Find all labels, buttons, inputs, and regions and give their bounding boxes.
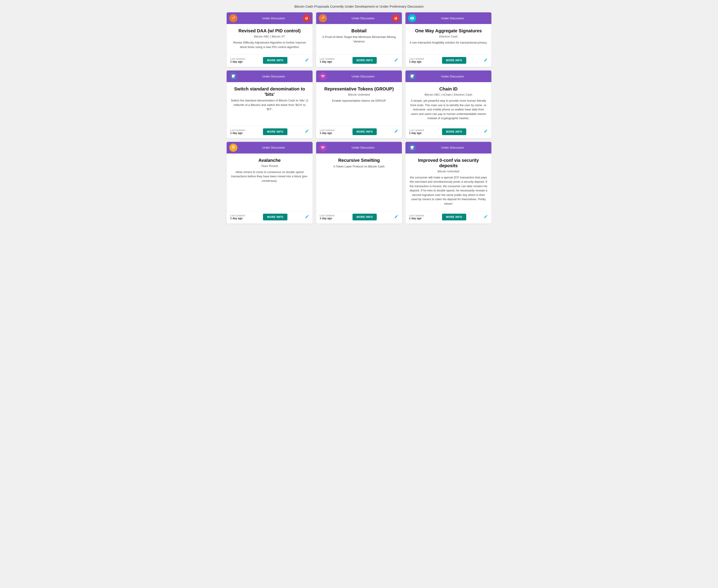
card-representative-tokens: Under Discussion Representative Tokens (… — [316, 70, 402, 138]
card-header: Under Discussion — [316, 12, 402, 24]
more-info-button[interactable]: MORE INFO — [263, 214, 288, 220]
last-updated-label: Last Updated: — [320, 214, 335, 217]
last-updated-label: Last Updated: — [409, 58, 424, 60]
card-body: Switch standard denomination to 'bits' S… — [227, 82, 313, 123]
card-body: Recursive Smelting A Token Layer Protoco… — [316, 153, 402, 208]
card-title: Switch standard denomination to 'bits' — [230, 86, 309, 97]
card-footer: Last Updated: 1 day ago MORE INFO — [316, 55, 402, 67]
card-icon — [229, 144, 237, 152]
card-footer: Last Updated: 1 day ago MORE INFO — [405, 55, 491, 67]
last-updated: Last Updated: 1 day ago — [320, 129, 335, 135]
card-subtitle: Bitcoin ABC | nChain | Electron Cash — [409, 93, 488, 96]
card-title: Chain ID — [409, 86, 488, 91]
last-updated: Last Updated: 1 day ago — [230, 58, 246, 63]
card-footer: Last Updated: 1 day ago MORE INFO — [405, 126, 491, 138]
card-header: Under Discussion — [316, 70, 402, 82]
card-icon — [408, 14, 416, 22]
card-description: A non-interactive fungibility solution f… — [409, 40, 488, 49]
edit-icon[interactable] — [484, 214, 488, 220]
last-updated: Last Updated: 1 day ago — [409, 58, 424, 63]
card-chain-id: Under Discussion Chain ID Bitcoin ABC | … — [405, 70, 491, 138]
last-updated: Last Updated: 1 day ago — [320, 58, 335, 63]
card-title: Recursive Smelting — [320, 158, 399, 163]
card-icon — [319, 72, 327, 80]
card-icon — [319, 144, 327, 152]
card-header: Under Discussion — [405, 70, 491, 82]
card-one-way-aggregate: Under Discussion One Way Aggregate Signa… — [405, 12, 491, 67]
page-title: Bitcoin Cash Proposals Currently Under D… — [4, 4, 714, 8]
card-body: Bobtail A Proof-of-Work Target that Mini… — [316, 24, 402, 51]
card-revised-daa: Under Discussion Revised DAA (w/ PID con… — [227, 12, 313, 67]
last-updated: Last Updated: 1 day ago — [320, 214, 335, 220]
card-status: Under Discussion — [416, 17, 489, 20]
edit-icon[interactable] — [305, 58, 309, 63]
card-header: Under Discussion — [316, 142, 402, 153]
card-footer: Last Updated: 1 day ago MORE INFO — [316, 211, 402, 224]
card-status: Under Discussion — [327, 146, 399, 149]
more-info-button[interactable]: MORE INFO — [442, 128, 466, 135]
card-subtitle: Electron Cash — [409, 35, 488, 38]
edit-icon[interactable] — [484, 129, 488, 134]
last-updated: Last Updated: 1 day ago — [409, 129, 424, 135]
card-header: Under Discussion — [227, 70, 313, 82]
cards-grid: Under Discussion Revised DAA (w/ PID con… — [227, 12, 491, 224]
card-body: Improved 0-conf via security deposits Bi… — [405, 153, 491, 208]
last-updated-value: 1 day ago — [230, 131, 246, 135]
edit-icon[interactable] — [305, 129, 309, 134]
last-updated-label: Last Updated: — [409, 214, 424, 217]
card-body: Revised DAA (w/ PID control) Bitcoin ABC… — [227, 24, 313, 51]
card-title: Revised DAA (w/ PID control) — [230, 28, 309, 34]
card-footer: Last Updated: 1 day ago MORE INFO — [227, 126, 313, 138]
last-updated: Last Updated: 1 day ago — [409, 214, 424, 220]
card-icon — [229, 72, 237, 80]
last-updated-label: Last Updated: — [230, 129, 246, 131]
more-info-button[interactable]: MORE INFO — [263, 57, 288, 64]
more-info-button[interactable]: MORE INFO — [442, 57, 466, 64]
card-icon — [408, 72, 416, 80]
card-improved-0conf: Under Discussion Improved 0-conf via sec… — [405, 142, 491, 224]
card-icon — [319, 14, 327, 22]
more-info-button[interactable]: MORE INFO — [353, 57, 377, 64]
card-header: Under Discussion — [227, 12, 313, 24]
card-footer: Last Updated: 1 day ago MORE INFO — [227, 55, 313, 67]
card-icon — [408, 144, 416, 152]
card-switch-denomination: Under Discussion Switch standard denomin… — [227, 70, 313, 138]
last-updated-value: 1 day ago — [409, 217, 424, 220]
card-status: Under Discussion — [237, 75, 310, 78]
last-updated-value: 1 day ago — [230, 60, 246, 63]
last-updated-value: 1 day ago — [409, 131, 424, 135]
card-subtitle: Bitcoin Unlimited — [409, 170, 488, 173]
card-description: Switch the standard denomination of Bitc… — [230, 98, 309, 121]
card-description: Allow miners to come to consensus on dou… — [230, 170, 309, 206]
card-title: One Way Aggregate Signatures — [409, 28, 488, 34]
last-updated-value: 1 day ago — [320, 60, 335, 63]
last-updated-value: 1 day ago — [409, 60, 424, 63]
last-updated-label: Last Updated: — [409, 129, 424, 131]
card-header: Under Discussion — [405, 142, 491, 153]
card-title: Improved 0-conf via security deposits — [409, 158, 488, 168]
card-header: Under Discussion — [227, 142, 313, 153]
card-bobtail: Under Discussion Bobtail A Proof-of-Work… — [316, 12, 402, 67]
card-status: Under Discussion — [416, 146, 489, 149]
edit-icon[interactable] — [394, 58, 398, 63]
last-updated-value: 1 day ago — [230, 217, 246, 220]
edit-icon[interactable] — [394, 214, 398, 220]
edit-icon[interactable] — [394, 129, 398, 134]
edit-icon[interactable] — [305, 214, 309, 220]
card-body: Representative Tokens (GROUP) Bitcoin Un… — [316, 82, 402, 123]
more-info-button[interactable]: MORE INFO — [263, 128, 288, 135]
card-description: the consumer will make a special ZCF tra… — [409, 175, 488, 206]
svg-point-1 — [233, 146, 234, 147]
more-info-button[interactable]: MORE INFO — [353, 214, 377, 220]
card-description: A simple, yet powerful way to provide mo… — [409, 99, 488, 121]
card-description: A Proof-of-Work Target that Minimizes Bl… — [320, 35, 399, 49]
card-avalanche: Under Discussion Avalanche Team Rocket A… — [227, 142, 313, 224]
edit-icon[interactable] — [484, 58, 488, 63]
more-info-button[interactable]: MORE INFO — [442, 214, 466, 220]
last-updated-label: Last Updated: — [230, 58, 246, 60]
card-body: One Way Aggregate Signatures Electron Ca… — [405, 24, 491, 51]
card-description: Enable representative tokens via GROUP — [320, 99, 399, 121]
card-header: Under Discussion — [405, 12, 491, 24]
card-subtitle: Bitcoin ABC | Bitcoin XT — [230, 35, 309, 38]
more-info-button[interactable]: MORE INFO — [353, 128, 377, 135]
